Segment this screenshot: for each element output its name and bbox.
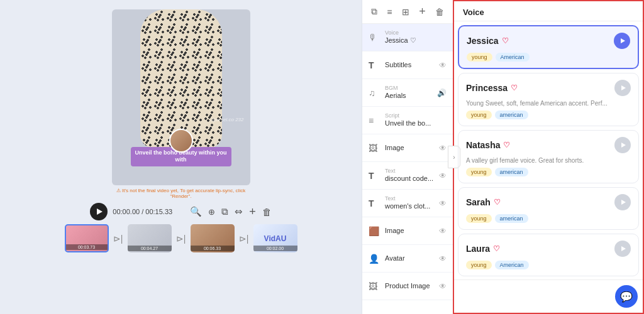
video-avatar bbox=[169, 129, 193, 153]
skip-icon-2[interactable]: ⊳| bbox=[175, 232, 187, 245]
image1-icon: 🖼 bbox=[369, 143, 380, 153]
eye-icon-avatar[interactable]: 👁 bbox=[439, 254, 447, 263]
layer-subtitles[interactable]: T Subtitles 👁 bbox=[362, 51, 453, 79]
extend-icon[interactable]: ⇔ bbox=[235, 206, 243, 217]
princessa-header: Princessa ♡ bbox=[466, 80, 631, 96]
timeline-strip: 00:03.73 ⊳| 00:04.27 ⊳| 00:06.33 ⊳| VidA… bbox=[65, 224, 297, 252]
voice-item-natasha[interactable]: Natasha ♡ A valley girl female voice. Gr… bbox=[458, 130, 639, 183]
text2-icon: T bbox=[369, 198, 380, 208]
layer-voice[interactable]: 🎙 Voice Jessica ♡ bbox=[362, 24, 453, 51]
princessa-heart-icon: ♡ bbox=[511, 84, 518, 92]
split-icon[interactable]: ⧉ bbox=[221, 206, 228, 217]
voice-panel-footer: 💬 bbox=[454, 279, 643, 313]
eye-icon-image2[interactable]: 👁 bbox=[439, 227, 447, 236]
image2-content: Image bbox=[385, 226, 434, 235]
delete-layer-icon[interactable]: 🗑 bbox=[435, 7, 444, 17]
video-preview: dparcel.co 232 Unveil the boho beauty wi… bbox=[112, 9, 250, 185]
layer-text2[interactable]: T Text women's clot... 👁 bbox=[362, 190, 453, 217]
eye-icon-product[interactable]: 👁 bbox=[439, 282, 447, 291]
copy-icon[interactable]: ⧉ bbox=[371, 6, 377, 17]
avatar-value: Avatar bbox=[385, 254, 434, 263]
eye-icon-text1[interactable]: 👁 bbox=[439, 171, 447, 180]
add-icon[interactable]: + bbox=[249, 205, 256, 219]
dress-figure bbox=[140, 9, 222, 148]
thumbnail-1[interactable]: 00:03.73 bbox=[65, 224, 109, 252]
voice-item-laura[interactable]: Laura ♡ young American bbox=[458, 234, 639, 276]
princessa-play-button[interactable] bbox=[614, 80, 631, 96]
thumb-label-3: 00:06.33 bbox=[191, 246, 235, 251]
skip-icon-1[interactable]: ⊳| bbox=[112, 232, 125, 245]
laura-tag-american: American bbox=[495, 261, 529, 269]
text1-icon: T bbox=[369, 171, 380, 181]
laura-play-button[interactable] bbox=[614, 241, 631, 257]
voice-item-princessa[interactable]: Princessa ♡ Young Sweet, soft, female Am… bbox=[458, 73, 639, 126]
script-value: Unveil the bo... bbox=[385, 119, 447, 127]
delete-icon[interactable]: 🗑 bbox=[262, 207, 272, 217]
subtitles-value: Subtitles bbox=[385, 60, 434, 69]
layer-product[interactable]: 🖼 Product Image 👁 bbox=[362, 273, 453, 300]
skip-icon-3[interactable]: ⊳| bbox=[238, 232, 250, 245]
add-layer-icon[interactable]: + bbox=[419, 5, 426, 18]
layer-bgm[interactable]: ♫ BGM Aerials 🔊 bbox=[362, 79, 453, 107]
image2-value: Image bbox=[385, 226, 434, 235]
chat-button[interactable]: 💬 bbox=[615, 285, 638, 308]
natasha-play-icon bbox=[621, 143, 626, 148]
laura-header: Laura ♡ bbox=[466, 241, 631, 257]
voice-label: Voice bbox=[385, 30, 447, 36]
jessica-play-icon bbox=[621, 38, 625, 43]
eye-icon-text2[interactable]: 👁 bbox=[439, 199, 447, 208]
natasha-tag-american: american bbox=[495, 168, 528, 176]
voice-list: Jessica ♡ young American Princessa ♡ bbox=[454, 21, 643, 279]
eye-icon-subtitles[interactable]: 👁 bbox=[439, 61, 447, 70]
subtitles-icon: T bbox=[369, 60, 380, 70]
layer-image1[interactable]: 🖼 Image 👁 bbox=[362, 134, 453, 162]
align-icon[interactable]: ≡ bbox=[387, 7, 392, 17]
jessica-tag-american: American bbox=[496, 53, 530, 62]
top-toolbar: ⧉ ≡ ⊞ + 🗑 bbox=[362, 0, 453, 24]
video-watermark: dparcel.co 232 bbox=[211, 117, 243, 122]
video-controls: 00:00.00 / 00:15.33 🔍 ⊕ ⧉ ⇔ + 🗑 bbox=[24, 203, 338, 220]
thumbnail-4[interactable]: VidAU 00:02.00 bbox=[253, 224, 297, 252]
princessa-tag-young: young bbox=[466, 111, 492, 119]
layer-image2[interactable]: 🟫 Image 👁 bbox=[362, 217, 453, 245]
avatar-content: Avatar bbox=[385, 254, 434, 263]
princessa-tag-american: american bbox=[495, 111, 528, 119]
princessa-name: Princessa ♡ bbox=[466, 83, 518, 93]
eye-icon-image1[interactable]: 👁 bbox=[439, 144, 447, 153]
vol-icon-bgm[interactable]: 🔊 bbox=[437, 89, 447, 97]
image2-icon: 🟫 bbox=[369, 226, 380, 236]
middle-wrapper: ⧉ ≡ ⊞ + 🗑 🎙 Voice Jessica ♡ T Subtitles … bbox=[362, 0, 453, 314]
script-label: Script bbox=[385, 113, 447, 119]
product-icon: 🖼 bbox=[369, 281, 380, 291]
layer-avatar[interactable]: 👤 Avatar 👁 bbox=[362, 245, 453, 273]
sarah-heart-icon: ♡ bbox=[494, 198, 501, 207]
sarah-tag-american: american bbox=[495, 214, 528, 223]
jessica-play-button[interactable] bbox=[614, 33, 630, 49]
thumbnail-2[interactable]: 00:04.27 bbox=[128, 224, 172, 252]
product-content: Product Image bbox=[385, 281, 434, 290]
sarah-play-icon bbox=[621, 200, 626, 205]
thumb-label-1: 00:03.73 bbox=[66, 244, 108, 250]
text2-label: Text bbox=[385, 196, 434, 202]
product-value: Product Image bbox=[385, 281, 434, 290]
voice-value: Jessica ♡ bbox=[385, 36, 447, 45]
voice-item-jessica[interactable]: Jessica ♡ young American bbox=[458, 25, 639, 69]
jessica-name: Jessica ♡ bbox=[467, 36, 509, 46]
natasha-play-button[interactable] bbox=[614, 137, 631, 153]
play-button[interactable] bbox=[90, 203, 108, 220]
layer-text1[interactable]: T Text discount code... 👁 bbox=[362, 162, 453, 190]
layers-icon[interactable]: ⊞ bbox=[402, 7, 409, 17]
sarah-play-button[interactable] bbox=[614, 194, 631, 210]
zoom-out-icon[interactable]: 🔍 bbox=[190, 206, 202, 217]
layers-panel: ⧉ ≡ ⊞ + 🗑 🎙 Voice Jessica ♡ T Subtitles … bbox=[362, 0, 453, 314]
layer-script[interactable]: ≡ Script Unveil the bo... bbox=[362, 107, 453, 134]
bgm-value: Aerials bbox=[385, 91, 432, 100]
thumbnail-3[interactable]: 00:06.33 bbox=[191, 224, 235, 252]
text1-value: discount code... bbox=[385, 174, 434, 183]
script-icon: ≡ bbox=[369, 116, 380, 126]
voice-icon: 🎙 bbox=[369, 33, 380, 43]
zoom-in-icon[interactable]: ⊕ bbox=[208, 207, 215, 217]
voice-item-sarah[interactable]: Sarah ♡ young american bbox=[458, 187, 639, 230]
laura-name: Laura ♡ bbox=[466, 244, 500, 254]
natasha-heart-icon: ♡ bbox=[503, 141, 510, 149]
